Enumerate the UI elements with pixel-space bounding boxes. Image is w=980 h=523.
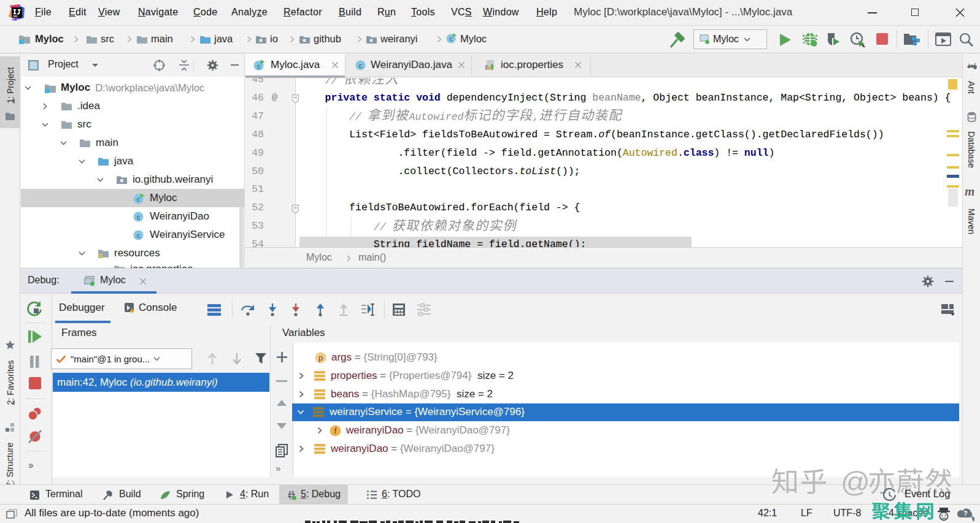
svg-text:c: c: [257, 63, 261, 70]
svg-text:c: c: [137, 196, 141, 203]
svg-text:c: c: [137, 213, 141, 221]
svg-text:c: c: [450, 36, 453, 42]
svg-text:p: p: [318, 353, 323, 362]
svg-text:c: c: [359, 62, 363, 69]
svg-text:f: f: [334, 426, 337, 435]
svg-text:?: ?: [963, 510, 968, 517]
svg-text:c: c: [137, 232, 141, 239]
